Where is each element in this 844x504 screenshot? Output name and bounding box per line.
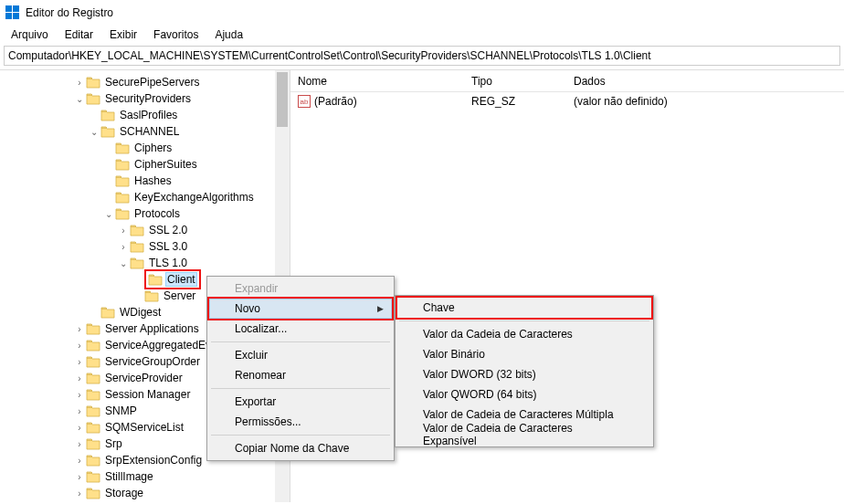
context-menu: ExpandirNovo▶Localizar...ExcluirRenomear… xyxy=(206,276,395,461)
tree-label: Server xyxy=(162,289,197,303)
scrollbar-thumb[interactable] xyxy=(277,72,288,127)
tree-label: Session Manager xyxy=(103,387,192,402)
collapse-icon[interactable]: ⌄ xyxy=(88,127,100,137)
expand-icon[interactable]: › xyxy=(73,341,86,351)
expand-icon[interactable]: › xyxy=(73,472,86,482)
menu-item[interactable]: Valor de Cadeia de Caracteres Expansível xyxy=(397,425,651,445)
tree-node[interactable]: ›StillImage xyxy=(0,468,290,485)
menu-item[interactable]: Renomear xyxy=(209,365,392,385)
tree-node[interactable]: ›SecurePipeServers xyxy=(0,74,290,90)
menu-item-label: Valor DWORD (32 bits) xyxy=(423,368,536,381)
tree-label: ServiceGroupOrder xyxy=(103,354,202,369)
titlebar: Editor do Registro xyxy=(0,0,844,26)
menu-item-label: Expandir xyxy=(235,282,278,295)
folder-icon xyxy=(86,76,100,89)
expand-icon[interactable]: › xyxy=(117,226,130,236)
menu-separator xyxy=(211,435,390,436)
col-header-name[interactable]: Nome xyxy=(290,71,464,91)
tree-node[interactable]: ⌄SecurityProviders xyxy=(0,90,290,107)
menu-separator xyxy=(211,341,390,342)
folder-icon xyxy=(86,487,100,499)
tree-label: WDigest xyxy=(118,305,163,320)
window-title: Editor do Registro xyxy=(26,6,113,19)
regedit-icon xyxy=(5,5,20,20)
expand-icon[interactable]: › xyxy=(73,488,86,499)
tree-label: SCHANNEL xyxy=(118,124,181,139)
menu-item[interactable]: Valor da Cadeia de Caracteres xyxy=(397,324,651,344)
list-row[interactable]: ab(Padrão) REG_SZ (valor não definido) xyxy=(290,92,844,110)
expand-icon[interactable]: › xyxy=(73,456,86,466)
menu-favoritos[interactable]: Favoritos xyxy=(146,26,206,43)
tree-label: StillImage xyxy=(103,469,155,484)
expand-icon[interactable]: › xyxy=(73,357,86,367)
col-header-type[interactable]: Tipo xyxy=(464,71,566,91)
tree-node[interactable]: Hashes xyxy=(0,173,290,189)
tree-node[interactable]: ›SSL 2.0 xyxy=(0,222,290,238)
folder-icon xyxy=(144,289,159,302)
address-text: Computador\HKEY_LOCAL_MACHINE\SYSTEM\Cur… xyxy=(8,49,651,62)
expand-icon[interactable]: › xyxy=(73,324,86,334)
menubar: Arquivo Editar Exibir Favoritos Ajuda xyxy=(0,26,844,44)
address-bar[interactable]: Computador\HKEY_LOCAL_MACHINE\SYSTEM\Cur… xyxy=(4,46,840,66)
tree-node[interactable]: ⌄SCHANNEL xyxy=(0,123,290,140)
expand-icon[interactable]: › xyxy=(73,390,86,400)
menu-item[interactable]: Novo▶ xyxy=(209,299,392,319)
menu-item[interactable]: Exportar xyxy=(209,392,392,412)
menu-item[interactable]: Valor QWORD (64 bits) xyxy=(397,384,651,404)
menu-item-label: Excluir xyxy=(235,349,268,362)
tree-label: Hashes xyxy=(132,173,174,188)
collapse-icon[interactable]: ⌄ xyxy=(73,94,86,104)
folder-icon xyxy=(86,322,100,335)
menu-arquivo[interactable]: Arquivo xyxy=(4,26,56,43)
tree-label: SSL 3.0 xyxy=(147,239,189,254)
menu-item[interactable]: Copiar Nome da Chave xyxy=(209,438,392,458)
menu-item[interactable]: Valor Binário xyxy=(397,344,651,364)
folder-icon xyxy=(115,207,130,220)
menu-separator xyxy=(399,320,649,321)
folder-icon xyxy=(115,174,130,187)
tree-node[interactable]: ›StorageManagement xyxy=(0,501,290,502)
menu-item[interactable]: Localizar... xyxy=(209,319,392,339)
tree-label: TLS 1.0 xyxy=(147,256,189,270)
folder-icon xyxy=(115,158,130,171)
tree-label: Client xyxy=(165,272,197,287)
menu-item[interactable]: Excluir xyxy=(209,345,392,365)
menu-exibir[interactable]: Exibir xyxy=(102,26,144,43)
expand-icon[interactable]: › xyxy=(73,423,86,433)
expand-icon[interactable]: › xyxy=(73,78,86,88)
menu-item[interactable]: Valor DWORD (32 bits) xyxy=(397,364,651,384)
expand-icon[interactable]: › xyxy=(73,439,86,449)
tree-label: SrpExtensionConfig xyxy=(103,453,204,467)
menu-ajuda[interactable]: Ajuda xyxy=(207,26,250,43)
folder-icon xyxy=(86,339,100,352)
folder-icon xyxy=(86,372,100,384)
menu-item-label: Copiar Nome da Chave xyxy=(235,442,349,455)
folder-icon xyxy=(100,125,115,138)
expand-icon[interactable]: › xyxy=(73,373,86,383)
tree-node[interactable]: CipherSuites xyxy=(0,156,290,173)
tree-node[interactable]: ›Storage xyxy=(0,485,290,501)
value-name: (Padrão) xyxy=(314,95,357,108)
tree-label: SSL 2.0 xyxy=(147,223,189,237)
tree-label: SQMServiceList xyxy=(103,420,185,435)
menu-editar[interactable]: Editar xyxy=(58,26,100,43)
collapse-icon[interactable]: ⌄ xyxy=(102,209,115,219)
tree-node[interactable]: Ciphers xyxy=(0,140,290,156)
tree-node[interactable]: ›SSL 3.0 xyxy=(0,238,290,255)
tree-node[interactable]: SaslProfiles xyxy=(0,107,290,123)
menu-item[interactable]: Permissões... xyxy=(209,412,392,432)
col-header-data[interactable]: Dados xyxy=(566,71,844,91)
tree-label: Server Applications xyxy=(103,321,201,336)
collapse-icon[interactable]: ⌄ xyxy=(117,258,130,268)
tree-node[interactable]: ⌄Protocols xyxy=(0,205,290,222)
tree-label: Storage xyxy=(103,486,145,500)
folder-icon xyxy=(130,224,144,236)
menu-item[interactable]: Chave xyxy=(397,298,651,318)
expand-icon[interactable]: › xyxy=(73,406,86,416)
menu-separator xyxy=(211,388,390,389)
menu-item-label: Valor Binário xyxy=(423,348,485,361)
cell-data: (valor não definido) xyxy=(566,93,844,110)
tree-node[interactable]: KeyExchangeAlgorithms xyxy=(0,189,290,205)
expand-icon[interactable]: › xyxy=(117,242,130,252)
folder-icon xyxy=(86,388,100,401)
